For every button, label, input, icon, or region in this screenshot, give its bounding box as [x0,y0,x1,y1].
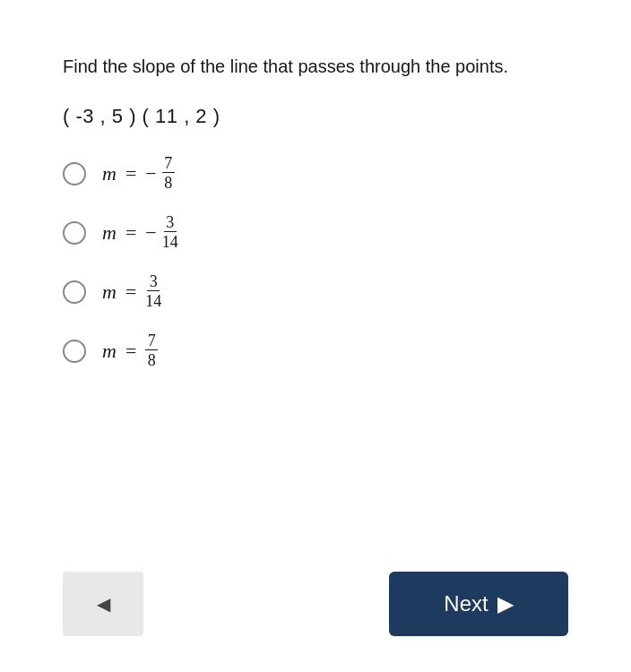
next-button[interactable]: Next ▶ [389,572,568,636]
var-m-a: m [102,162,117,185]
options-container: m = − 7 8 m = − 3 14 [63,157,568,368]
radio-c[interactable] [63,280,86,304]
radio-b[interactable] [63,221,86,245]
numerator-b: 3 [164,214,177,232]
option-b-row[interactable]: m = − 3 14 [63,216,568,250]
denominator-b: 14 [162,232,178,250]
eq-c: = [125,280,136,304]
fraction-a: 7 8 [162,155,175,191]
fraction-b: 3 14 [162,214,178,250]
option-d-math: m = 7 8 [102,334,158,368]
option-a-math: m = − 7 8 [102,157,175,191]
option-b-math: m = − 3 14 [102,216,178,250]
question-text: Find the slope of the line that passes t… [63,54,568,80]
denominator-a: 8 [162,173,175,191]
eq-d: = [125,340,136,363]
var-m-b: m [102,221,117,245]
back-icon: ◀ [97,593,110,615]
var-m-c: m [102,280,117,304]
numerator-a: 7 [162,155,175,173]
back-button[interactable]: ◀ [63,572,143,636]
denominator-d: 8 [145,350,158,368]
option-d-row[interactable]: m = 7 8 [63,334,568,368]
page-container: Find the slope of the line that passes t… [0,0,631,672]
points-text: ( -3 , 5 ) ( 11 , 2 ) [63,105,568,128]
fraction-c: 3 14 [145,273,161,309]
fraction-d: 7 8 [145,332,158,368]
numerator-c: 3 [147,273,160,291]
neg-b: − [145,221,156,245]
option-a-row[interactable]: m = − 7 8 [63,157,568,191]
neg-a: − [145,162,156,185]
denominator-c: 14 [145,291,161,309]
bottom-bar: ◀ Next ▶ [63,572,568,636]
eq-b: = [125,221,136,245]
next-arrow-icon: ▶ [497,591,514,616]
eq-a: = [125,162,136,185]
numerator-d: 7 [145,332,158,350]
radio-d[interactable] [63,340,86,363]
option-c-math: m = 3 14 [102,275,161,309]
next-label: Next [444,591,488,616]
option-c-row[interactable]: m = 3 14 [63,275,568,309]
radio-a[interactable] [63,162,86,185]
var-m-d: m [102,340,117,363]
